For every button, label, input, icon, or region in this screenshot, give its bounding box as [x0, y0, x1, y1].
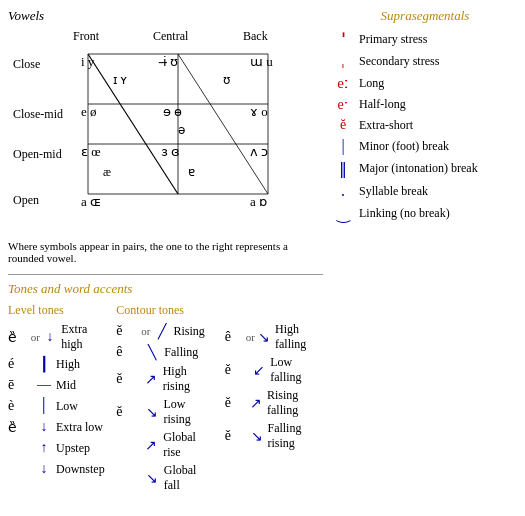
tone-label-frising: Falling rising [267, 421, 323, 451]
vowel-scripta-q: a ɒ [250, 194, 267, 209]
supra-primary-stress: ˈ Primary stress [333, 30, 517, 49]
supra-secondary-stress: ˌ Secondary stress [333, 53, 517, 70]
tone-sym-rfalling: ↗ [249, 395, 263, 412]
tone-high: é ┃ High [8, 355, 106, 373]
supra-linking: ‿ Linking (no break) [333, 204, 517, 223]
row-openmid: Open-mid [13, 147, 62, 161]
tone-extra-low: ȅ ↓ Extra low [8, 418, 106, 436]
header-front: Front [73, 29, 100, 43]
tone-label-mid: Mid [56, 378, 76, 393]
tone-label-falling: Falling [164, 345, 198, 360]
tone-char-rfalling: ě [225, 395, 244, 411]
supra-extrashort-symbol: ĕ [333, 117, 353, 133]
level-tones-title: Level tones [8, 303, 106, 318]
suprasegmentals-title: Suprasegmentals [333, 8, 517, 24]
contour-tones-col: Contour tones ě or ╱ Rising ê ╲ Falling [116, 303, 214, 496]
header-back: Back [243, 29, 268, 43]
supra-secondary-symbol: ˌ [333, 53, 353, 70]
supra-major-symbol: ‖ [333, 159, 353, 178]
tone-downstep: ↓ Downstep [8, 460, 106, 478]
supra-minor: | Minor (foot) break [333, 137, 517, 155]
tone-falling: ê ╲ Falling [116, 343, 214, 361]
tone-char-high: é [8, 356, 30, 372]
supra-extrashort: ĕ Extra-short [333, 117, 517, 133]
tone-char-lrising: ě [116, 404, 138, 420]
tone-global-fall: ↘ Global fall [116, 463, 214, 493]
tone-label-rising: Rising [174, 324, 205, 339]
supra-primary-label: Primary stress [359, 32, 427, 47]
tone-char-lfalling: ě [225, 362, 246, 378]
tone-char-low: è [8, 398, 30, 414]
tone-sym-grise: ↗ [144, 437, 160, 454]
level-tones-col: Level tones ȅ or ↓ Extra high é ┃ High [8, 303, 106, 496]
tone-label-gfall: Global fall [164, 463, 215, 493]
vowels-note: Where symbols appear in pairs, the one t… [8, 240, 293, 264]
supra-long-symbol: eː [333, 74, 353, 92]
tone-sym-frising: ↘ [250, 428, 264, 445]
tone-label-lfalling: Low falling [270, 355, 323, 385]
vowel-a-oe-open: a ɶ [81, 194, 101, 209]
vowel-eps-oe: ɛ œ [81, 144, 101, 159]
tone-sym-lrising: ↘ [144, 404, 160, 421]
vowel-i-y: i y [81, 54, 95, 69]
tone-label-hrising: High rising [163, 364, 215, 394]
tone-sym-upstep: ↑ [36, 440, 52, 456]
tone-label-grise: Global rise [163, 430, 214, 460]
tones-title: Tones and word accents [8, 281, 323, 297]
tone-char-mid: ē [8, 377, 30, 393]
vowel-e-mid: ɘ ɵ [163, 104, 182, 119]
supra-minor-label: Minor (foot) break [359, 139, 449, 154]
supra-linking-symbol: ‿ [333, 204, 353, 223]
vowels-svg: Front Central Back Close Close-mid Open-… [13, 26, 323, 236]
supra-halflong: eˑ Half-long [333, 96, 517, 113]
tone-label-upstep: Upstep [56, 441, 90, 456]
right-panel: Suprasegmentals ˈ Primary stress ˌ Secon… [333, 8, 517, 496]
tone-sym-extrahigh: ↓ [43, 329, 57, 345]
svg-line-7 [88, 54, 178, 194]
tone-char-hrising: ě [116, 371, 137, 387]
tone-sym-gfall: ↘ [144, 470, 160, 487]
supra-long: eː Long [333, 74, 517, 92]
tone-sym-mid: — [36, 377, 52, 393]
tone-char-rising: ě [116, 323, 138, 339]
tone-high-rising: ě ↗ High rising [116, 364, 214, 394]
tone-sym-extralow: ↓ [36, 419, 52, 435]
tone-label-high: High [56, 357, 80, 372]
supra-syllable-label: Syllable break [359, 184, 428, 199]
tone-extra-high: ȅ or ↓ Extra high [8, 322, 106, 352]
tone-high-falling: ê or ↘ High falling [225, 322, 323, 352]
tones-columns: Level tones ȅ or ↓ Extra high é ┃ High [8, 303, 323, 496]
main-container: Vowels Front Central Back Close Close-mi… [8, 8, 517, 496]
supra-primary-symbol: ˈ [333, 30, 353, 49]
supra-extrashort-label: Extra-short [359, 118, 413, 133]
row-open: Open [13, 193, 39, 207]
row-close: Close [13, 57, 40, 71]
tone-low: è │ Low [8, 397, 106, 415]
row-closemid: Close-mid [13, 107, 63, 121]
supra-secondary-label: Secondary stress [359, 54, 439, 69]
supra-syllable: . Syllable break [333, 182, 517, 200]
tone-char-extralow: ȅ [8, 419, 30, 436]
vowels-section: Vowels Front Central Back Close Close-mi… [8, 8, 323, 264]
tone-char-extrahigh: ȅ [8, 329, 28, 346]
tone-sym-lfalling: ↙ [251, 362, 266, 379]
tone-global-rise: ↗ Global rise [116, 430, 214, 460]
tone-label-hfalling: High falling [275, 322, 323, 352]
tone-sym-hfalling: ↘ [258, 329, 271, 346]
tone-label-low: Low [56, 399, 78, 414]
header-central: Central [153, 29, 189, 43]
supra-halflong-label: Half-long [359, 97, 406, 112]
contour-tones-title: Contour tones [116, 303, 214, 318]
tone-falling-rising: ě ↘ Falling rising [225, 421, 323, 451]
left-panel: Vowels Front Central Back Close Close-mi… [8, 8, 323, 496]
tone-sym-hrising: ↗ [143, 371, 158, 388]
tones-section: Tones and word accents Level tones ȅ or… [8, 274, 323, 496]
vowels-title: Vowels [8, 8, 323, 24]
supra-syllable-symbol: . [333, 182, 353, 200]
tone-sym-high: ┃ [36, 356, 52, 373]
supra-halflong-symbol: eˑ [333, 96, 353, 113]
vowel-e-below: ə [178, 123, 185, 137]
tone-label-extrahigh: Extra high [61, 322, 106, 352]
tone-upstep: ↑ Upstep [8, 439, 106, 457]
tone-sym-falling: ╲ [144, 344, 160, 361]
